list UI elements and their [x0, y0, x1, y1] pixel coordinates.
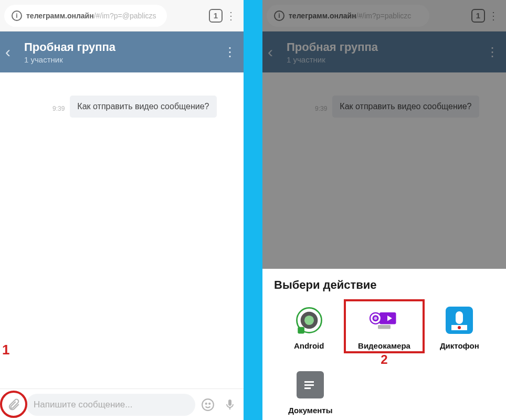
input-bar: Напишите сообщение...: [0, 388, 244, 420]
action-android[interactable]: Android: [274, 304, 344, 350]
camcorder-icon: [368, 304, 400, 336]
info-icon[interactable]: i: [12, 10, 22, 21]
mic-icon[interactable]: [220, 395, 239, 414]
chat-subtitle: 1 участник: [24, 55, 222, 64]
attach-icon[interactable]: [4, 395, 23, 414]
phone-left: i телеграмм.онлайн/#/im?p=@pabliczs 1 ⋮ …: [0, 0, 244, 420]
phone-right: i телеграмм.онлайн/#/im?p=pabliczc 1 ⋮ ‹…: [262, 0, 506, 420]
svg-rect-6: [298, 327, 304, 334]
annotation-marker-1: 1: [2, 342, 9, 358]
message-input[interactable]: Напишите сообщение...: [26, 394, 195, 416]
svg-point-1: [206, 403, 207, 404]
message-bubble[interactable]: Как отправить видео сообщение?: [70, 96, 216, 118]
chat-title: Пробная группа: [24, 40, 222, 54]
url-text: телеграмм.онлайн/#/im?p=@pabliczs: [26, 12, 156, 20]
sheet-grid: Android Видеокамера 2: [274, 304, 494, 350]
android-icon: [293, 304, 325, 336]
action-label: Android: [294, 341, 324, 350]
svg-point-0: [202, 399, 214, 411]
sheet-title: Выбери действие: [274, 278, 494, 292]
action-camcorder[interactable]: Видеокамера 2: [349, 304, 419, 350]
action-label: Документы: [288, 406, 332, 415]
svg-point-15: [458, 326, 461, 329]
message-row: 9:39 Как отправить видео сообщение?: [5, 96, 238, 118]
action-label: Диктофон: [440, 341, 479, 350]
action-dictaphone[interactable]: Диктофон: [425, 304, 494, 350]
back-icon[interactable]: ‹: [5, 43, 22, 61]
tabs-icon[interactable]: 1: [209, 9, 223, 23]
chat-menu-icon[interactable]: ⋮: [222, 45, 238, 59]
url-bar[interactable]: i телеграмм.онлайн/#/im?p=@pabliczs: [4, 5, 167, 27]
action-documents[interactable]: Документы: [274, 369, 347, 415]
svg-rect-18: [304, 387, 311, 389]
chat-title-block[interactable]: Пробная группа 1 участник: [24, 40, 222, 64]
annotation-marker-2: 2: [381, 352, 387, 367]
documents-icon: [294, 369, 326, 401]
action-sheet: Выбери действие Android: [262, 269, 506, 420]
action-label: Видеокамера: [358, 341, 410, 350]
svg-rect-17: [304, 384, 314, 386]
emoji-icon[interactable]: [198, 395, 217, 414]
chat-body[interactable]: 9:39 Как отправить видео сообщение? 1: [0, 72, 244, 388]
sheet-row-2: Документы: [274, 369, 494, 415]
svg-point-5: [304, 316, 314, 325]
dictaphone-icon: [444, 304, 475, 336]
svg-rect-16: [304, 381, 314, 383]
browser-menu-icon[interactable]: ⋮: [223, 9, 239, 22]
browser-bar: i телеграмм.онлайн/#/im?p=@pabliczs 1 ⋮: [0, 0, 244, 32]
message-time: 9:39: [52, 105, 65, 118]
svg-rect-13: [456, 311, 463, 324]
svg-rect-12: [378, 325, 391, 329]
chat-header[interactable]: ‹ Пробная группа 1 участник ⋮: [0, 32, 244, 72]
svg-point-11: [374, 317, 377, 320]
svg-point-2: [209, 403, 210, 404]
